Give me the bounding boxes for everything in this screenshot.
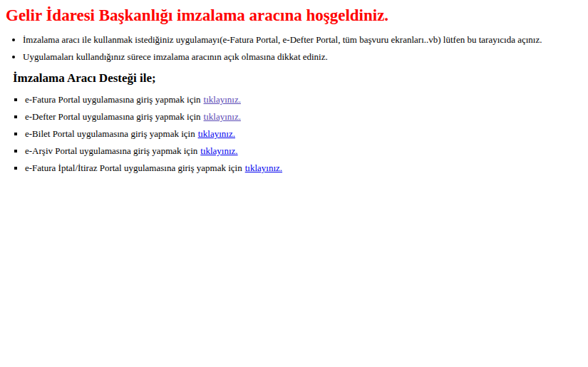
portal-item-text: e-Arşiv Portal uygulamasına giriş yapmak… [25,145,197,156]
e-arsiv-portal-link[interactable]: tıklayınız. [200,145,237,156]
e-fatura-iptal-itiraz-portal-link[interactable]: tıklayınız. [245,162,282,173]
portal-item-text: e-Defter Portal uygulamasına giriş yapma… [25,111,201,122]
portal-item-text: e-Fatura İptal/İtiraz Portal uygulamasın… [25,162,242,173]
portal-list-item: e-Fatura Portal uygulamasına giriş yapma… [25,94,582,105]
e-fatura-portal-link[interactable]: tıklayınız. [204,94,241,105]
e-defter-portal-link[interactable]: tıklayınız. [204,111,241,122]
portal-item-text: e-Bilet Portal uygulamasına giriş yapmak… [25,128,195,139]
portal-item-text: e-Fatura Portal uygulamasına giriş yapma… [25,94,201,105]
info-list-item: İmzalama aracı ile kullanmak istediğiniz… [23,34,582,45]
portal-list-item: e-Arşiv Portal uygulamasına giriş yapmak… [25,145,582,156]
portal-list-item: e-Defter Portal uygulamasına giriş yapma… [25,111,582,122]
info-list-item: Uygulamaları kullandığınız sürece imzala… [23,51,582,62]
page-title: Gelir İdaresi Başkanlığı imzalama aracın… [6,6,582,25]
portal-links-list: e-Fatura Portal uygulamasına giriş yapma… [6,94,582,173]
section-heading: İmzalama Aracı Desteği ile; [13,71,582,86]
info-list: İmzalama aracı ile kullanmak istediğiniz… [6,34,582,62]
e-bilet-portal-link[interactable]: tıklayınız. [198,128,235,139]
page: { "page": { "title": "Gelir İdaresi Başk… [0,0,588,367]
portal-list-item: e-Bilet Portal uygulamasına giriş yapmak… [25,128,582,139]
portal-list-item: e-Fatura İptal/İtiraz Portal uygulamasın… [25,162,582,173]
